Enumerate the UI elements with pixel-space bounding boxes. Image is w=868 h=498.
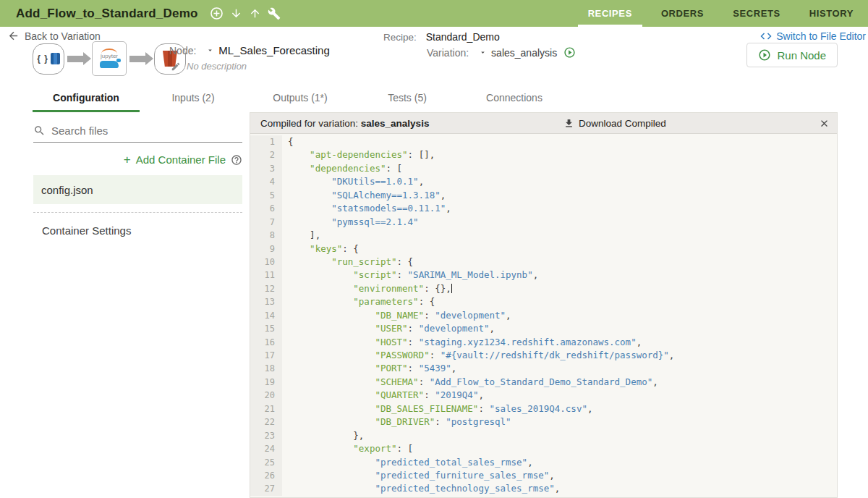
switch-to-file-editor-label: Switch to File Editor <box>776 30 866 42</box>
line-number: 23 <box>250 429 282 442</box>
back-to-variation-link[interactable]: Back to Variation <box>7 30 101 42</box>
code-line[interactable]: 9 "keys": { <box>250 242 837 256</box>
arrow-up-icon[interactable] <box>249 7 261 20</box>
code-line[interactable]: 5 "SQLAlchemy==1.3.18", <box>250 189 837 202</box>
code-line[interactable]: 7 "pymssql==2.1.4" <box>250 216 837 229</box>
header-actions <box>210 7 281 20</box>
variation-group: Variation: sales_analysis <box>427 46 576 59</box>
variation-dropdown-caret-icon[interactable] <box>479 48 487 56</box>
search-files-field[interactable] <box>33 124 242 143</box>
tab-configuration[interactable]: Configuration <box>33 85 140 112</box>
code-line[interactable]: 4 "DKUtils==1.0.1", <box>250 175 837 188</box>
code-line[interactable]: 20 "QUARTER": "2019Q4", <box>250 389 837 402</box>
text-cursor <box>451 284 453 293</box>
line-number: 18 <box>250 362 282 375</box>
add-container-file-label: Add Container File <box>136 153 226 166</box>
flow-arrow-icon <box>67 56 83 62</box>
line-number: 13 <box>250 295 282 308</box>
code-line[interactable]: 10 "run_script": { <box>250 256 837 269</box>
line-number: 21 <box>250 402 282 415</box>
editor-header: Compiled for variation: sales_analysis D… <box>250 113 837 134</box>
node-block: Node: ML_Sales_Forecasting No descriptio… <box>169 44 330 72</box>
node-description: No description <box>187 61 247 72</box>
redshift-cube-icon <box>51 53 60 64</box>
code-line[interactable]: 13 "parameters": { <box>250 295 837 308</box>
code-line[interactable]: 6 "statsmodels==0.11.1", <box>250 202 837 215</box>
code-line[interactable]: 25 "predicted_total_sales_rmse", <box>250 456 837 469</box>
search-icon <box>33 124 46 137</box>
close-panel-button[interactable] <box>819 113 830 134</box>
page-title: Add_Flow_to_Standard_Demo <box>16 7 198 21</box>
line-number: 22 <box>250 415 282 429</box>
code-line[interactable]: 17 "PASSWORD": "#{vault://redshift/dk_re… <box>250 349 837 362</box>
run-variation-play-icon[interactable] <box>563 46 576 59</box>
code-line[interactable]: 15 "USER": "development", <box>250 322 837 335</box>
json-braces-icon: { } <box>37 54 48 64</box>
node-dropdown-caret-icon[interactable] <box>206 46 214 54</box>
container-settings-item[interactable]: Container Settings <box>33 224 250 237</box>
download-compiled-label: Download Compiled <box>579 118 666 129</box>
line-number: 19 <box>250 376 282 389</box>
code-line[interactable]: 11 "script": "SARIMA_ML_Model.ipynb", <box>250 269 837 282</box>
node-value[interactable]: ML_Sales_Forecasting <box>218 44 329 56</box>
line-number: 26 <box>250 469 282 482</box>
content: + Add Container File config.json Contain… <box>0 112 868 498</box>
code-line[interactable]: 18 "PORT": "5439", <box>250 362 837 375</box>
code-line[interactable]: 16 "HOST": "staging.xyz1234.redshift.ama… <box>250 336 837 349</box>
node-flow-preview[interactable]: { } jupyter <box>33 41 186 76</box>
compiled-editor-panel: Compiled for variation: sales_analysis D… <box>250 112 838 498</box>
compiled-for-variation-label: Compiled for variation: sales_analysis <box>260 118 429 129</box>
code-line[interactable]: 8 ], <box>250 229 837 242</box>
line-number: 7 <box>250 216 282 229</box>
line-number: 25 <box>250 456 282 469</box>
code-area[interactable]: 1{2 "apt-dependencies": [],3 "dependenci… <box>250 134 837 497</box>
code-line[interactable]: 2 "apt-dependencies": [], <box>250 148 837 161</box>
close-icon <box>819 118 830 129</box>
code-line[interactable]: 26 "predicted_furniture_sales_rmse", <box>250 469 837 482</box>
line-number: 17 <box>250 349 282 362</box>
add-circle-icon[interactable] <box>210 7 224 20</box>
tab-connections[interactable]: Connections <box>461 85 568 112</box>
switch-to-file-editor-link[interactable]: Switch to File Editor <box>760 30 866 43</box>
tab-outputs[interactable]: Outputs (1*) <box>247 85 354 112</box>
add-container-file-button[interactable]: + Add Container File <box>33 153 242 166</box>
variation-value[interactable]: sales_analysis <box>491 47 557 59</box>
arrow-down-icon[interactable] <box>230 7 242 20</box>
search-input[interactable] <box>51 124 218 137</box>
line-number: 15 <box>250 322 282 335</box>
code-icon <box>760 30 773 43</box>
run-node-button[interactable]: Run Node <box>746 43 838 67</box>
edit-pencil-icon[interactable] <box>171 62 181 72</box>
code-line[interactable]: 1{ <box>250 135 837 148</box>
back-to-variation-label: Back to Variation <box>25 30 101 42</box>
code-line[interactable]: 22 "DB_DRIVER": "postgresql" <box>250 415 837 429</box>
tab-inputs[interactable]: Inputs (2) <box>140 85 247 112</box>
nav-item-secrets[interactable]: SECRETS <box>718 0 795 27</box>
help-icon[interactable] <box>231 154 242 166</box>
line-number: 14 <box>250 309 282 322</box>
line-number: 12 <box>250 282 282 295</box>
code-line[interactable]: 24 "export": [ <box>250 442 837 455</box>
wrench-icon[interactable] <box>268 7 281 20</box>
node-label: Node: <box>169 45 196 56</box>
tab-tests[interactable]: Tests (5) <box>354 85 461 112</box>
nav-item-orders[interactable]: ORDERS <box>647 0 718 27</box>
download-compiled-button[interactable]: Download Compiled <box>563 113 666 134</box>
code-line[interactable]: 19 "SCHEMA": "Add_Flow_to_Standard_Demo_… <box>250 376 837 389</box>
nav-item-recipes[interactable]: RECIPES <box>574 0 647 27</box>
code-line[interactable]: 27 "predicted_technology_sales_rmse", <box>250 482 837 495</box>
file-item-config-json[interactable]: config.json <box>33 175 242 204</box>
recipe-value: Standard_Demo <box>426 31 500 43</box>
arrow-back-icon <box>7 30 20 42</box>
code-line[interactable]: 3 "dependencies": [ <box>250 162 837 175</box>
line-number: 3 <box>250 162 282 175</box>
nav-item-history[interactable]: HISTORY <box>795 0 868 27</box>
code-line[interactable]: 21 "DB_SALES_FILENAME": "sales_2019Q4.cs… <box>250 402 837 415</box>
toolbar: Back to Variation Recipe: Standard_Demo … <box>0 27 868 85</box>
jupyter-node-icon: jupyter <box>92 41 127 76</box>
code-line[interactable]: 23 }, <box>250 429 837 442</box>
code-line[interactable]: 14 "DB_NAME": "development", <box>250 309 837 322</box>
line-number: 16 <box>250 336 282 349</box>
file-sidebar: + Add Container File config.json Contain… <box>0 112 250 498</box>
code-line[interactable]: 12 "environment": {}, <box>250 282 837 295</box>
